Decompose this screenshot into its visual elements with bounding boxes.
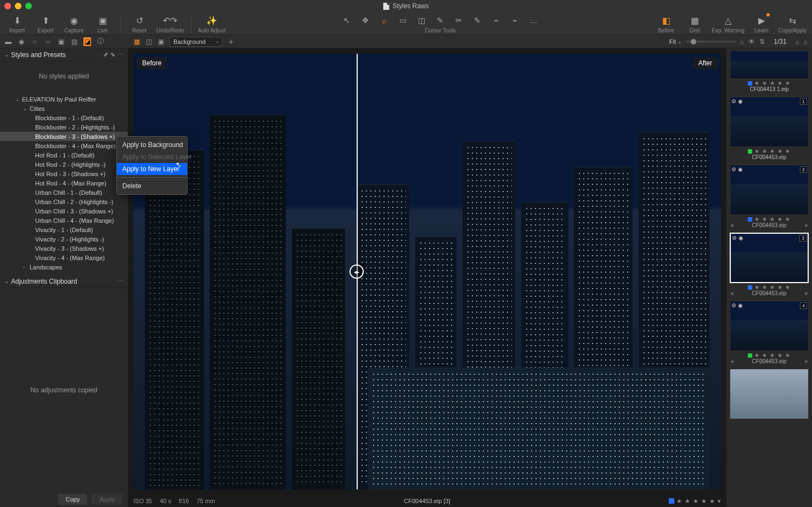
copy-button[interactable]: Copy	[58, 494, 88, 505]
style-item[interactable]: Urban Chill - 1 - (Default)	[0, 188, 128, 197]
color-tag[interactable]	[748, 149, 752, 154]
cursor-tool-3[interactable]: ▭	[397, 14, 409, 26]
before-after-handle[interactable]: ◂▸	[349, 264, 364, 279]
export-button[interactable]: ⬆Export	[34, 14, 57, 33]
zoom-search-icon[interactable]: ⌕	[740, 38, 744, 46]
undoredo-button[interactable]: ↶↷Undo/Redo	[156, 14, 184, 33]
thumbnail-image[interactable]: 3⚙ ◉	[730, 233, 809, 283]
tool-tab-1[interactable]: ◉	[18, 38, 25, 46]
next-variant-icon[interactable]: »	[804, 358, 808, 364]
cursor-tool-5[interactable]: ✎	[434, 14, 446, 26]
minimize-window-button[interactable]	[15, 3, 21, 9]
collapse-icon[interactable]: ⌄	[4, 278, 9, 284]
zoom-slider[interactable]	[686, 41, 736, 43]
tool-tab-2[interactable]: ○	[31, 38, 38, 46]
cursor-tool-1[interactable]: ✥	[359, 14, 371, 26]
disclosure-icon[interactable]: ⌄	[23, 106, 27, 111]
sort-icon[interactable]: ⇅	[759, 38, 765, 46]
style-item[interactable]: Urban Chill - 3 - (Shadows +)	[0, 206, 128, 216]
grid-button[interactable]: ▦Grid	[683, 14, 706, 33]
star-rating[interactable]: ★ ★ ★ ★ ★	[754, 216, 790, 222]
cursor-tool-6[interactable]: ✂	[453, 14, 465, 26]
live-button[interactable]: ▣Live	[91, 14, 114, 33]
thumbnail-image[interactable]	[730, 50, 809, 79]
style-item[interactable]: Vivacity - 4 - (Max Range)	[0, 253, 128, 262]
style-item[interactable]: Vivacity - 2 - (Highlights -)	[0, 234, 128, 244]
cursor-tool-10[interactable]: …	[527, 14, 539, 26]
style-item[interactable]: Vivacity - 1 - (Default)	[0, 225, 128, 234]
thumb-rating-row[interactable]: ★ ★ ★ ★ ★	[730, 148, 809, 154]
layer-dropdown[interactable]: Background	[170, 37, 222, 47]
disclosure-icon[interactable]: ⌄	[15, 97, 20, 102]
star-rating[interactable]: ★ ★ ★ ★ ★	[754, 352, 790, 358]
style-item[interactable]: Urban Chill - 4 - (Max Range)	[0, 216, 128, 225]
close-window-button[interactable]	[4, 3, 11, 9]
context-menu-item[interactable]: Delete	[117, 180, 187, 192]
star-rating[interactable]: ★ ★ ★ ★ ★	[754, 80, 790, 86]
disclosure-icon[interactable]: ›	[23, 264, 27, 270]
apply-button[interactable]: Apply	[92, 494, 122, 505]
thumbnail-image[interactable]	[730, 369, 809, 419]
reset-button[interactable]: ↺Reset	[128, 14, 151, 33]
tool-tab-0[interactable]: ▬	[4, 38, 12, 46]
tree-group-landscapes[interactable]: ›Landscapes	[0, 262, 128, 272]
color-tag[interactable]	[669, 498, 674, 504]
style-item[interactable]: Urban Chill - 2 - (Highlights -)	[0, 197, 128, 206]
tool-tab-5[interactable]: ▤	[70, 38, 78, 46]
cursor-tool-2[interactable]: ⌕	[378, 14, 390, 26]
thumbnail-image[interactable]: 2⚙ ◉	[730, 165, 809, 215]
view-mode-1[interactable]: ◫	[144, 37, 153, 46]
thumbnail[interactable]: 3⚙ ◉★ ★ ★ ★ ★«CF004453.eip»	[730, 233, 809, 296]
thumbnail[interactable]	[730, 369, 809, 419]
thumbnail-image[interactable]: 4⚙ ◉	[730, 301, 809, 351]
cursor-tool-7[interactable]: ✎	[471, 14, 483, 26]
tree-root[interactable]: ⌄ELEVATION by Paul Reiffer	[0, 94, 128, 104]
import-button[interactable]: ⬇Import	[5, 14, 29, 33]
thumb-rating-row[interactable]: ★ ★ ★ ★ ★	[730, 284, 809, 290]
color-tag[interactable]	[748, 217, 752, 222]
style-item[interactable]: Blockbuster - 1 - (Default)	[0, 113, 128, 122]
image-canvas[interactable]: Before After ◂▸	[133, 54, 721, 489]
color-tag[interactable]	[748, 81, 752, 86]
browser-zoom-icon[interactable]: ⌕	[804, 38, 808, 46]
star-rating[interactable]: ★ ★ ★ ★ ★	[676, 498, 715, 505]
thumbnail[interactable]: 1⚙ ◉★ ★ ★ ★ ★CF004453.eip	[730, 97, 809, 160]
style-item[interactable]: Hot Rod - 3 - (Shadows +)	[0, 169, 128, 178]
style-item[interactable]: Vivacity - 3 - (Shadows +)	[0, 244, 128, 253]
tool-tab-7[interactable]: ⓘ	[97, 37, 104, 46]
style-item[interactable]: Hot Rod - 1 - (Default)	[0, 150, 128, 160]
add-layer-button[interactable]: +	[227, 37, 235, 46]
next-variant-icon[interactable]: »	[804, 290, 808, 296]
tree-group-cities[interactable]: ⌄Cities	[0, 104, 128, 113]
context-menu-item[interactable]: Apply to Background	[117, 139, 187, 151]
thumb-rating-row[interactable]: ★ ★ ★ ★ ★	[730, 352, 809, 358]
cursor-tool-0[interactable]: ↖	[341, 14, 353, 26]
proof-view-icon[interactable]: 👁	[748, 38, 755, 46]
color-tag[interactable]	[748, 285, 752, 290]
collapse-icon[interactable]: ⌄	[4, 52, 9, 58]
prev-variant-icon[interactable]: «	[731, 222, 734, 228]
rating-dropdown-icon[interactable]: ▾	[718, 498, 721, 505]
view-mode-2[interactable]: ▣	[156, 37, 165, 46]
capture-button[interactable]: ◉Capture	[63, 14, 86, 33]
learn-button[interactable]: ▶Learn	[750, 14, 773, 33]
paste-style-icon[interactable]: ⬈	[103, 51, 108, 58]
tool-tab-4[interactable]: ▣	[57, 38, 65, 46]
prev-variant-icon[interactable]: «	[731, 358, 734, 364]
cursor-tool-8[interactable]: ⌁	[490, 14, 502, 26]
zoom-fit-dropdown[interactable]: Fit ⌄	[669, 38, 682, 45]
star-rating[interactable]: ★ ★ ★ ★ ★	[754, 148, 790, 154]
expwarn-button[interactable]: △Exp. Warning	[712, 14, 745, 33]
maximize-window-button[interactable]	[25, 3, 32, 9]
before-button[interactable]: ◧Before	[655, 14, 678, 33]
thumb-rating-row[interactable]: ★ ★ ★ ★ ★	[730, 80, 809, 86]
style-item[interactable]: Blockbuster - 4 - (Max Range)	[0, 141, 128, 150]
cursor-tool-4[interactable]: ◫	[415, 14, 427, 26]
color-tag[interactable]	[748, 353, 752, 358]
thumbnail[interactable]: ★ ★ ★ ★ ★CF004413 1.eip	[730, 50, 809, 92]
star-rating[interactable]: ★ ★ ★ ★ ★	[754, 284, 790, 290]
style-item[interactable]: Blockbuster - 2 - (Highlights -)	[0, 122, 128, 132]
tool-tab-6[interactable]: ◪	[83, 37, 91, 46]
style-item[interactable]: Blockbuster - 3 - (Shadows +)	[0, 132, 128, 141]
autoadjust-button[interactable]: ✨Auto Adjust	[198, 14, 226, 33]
